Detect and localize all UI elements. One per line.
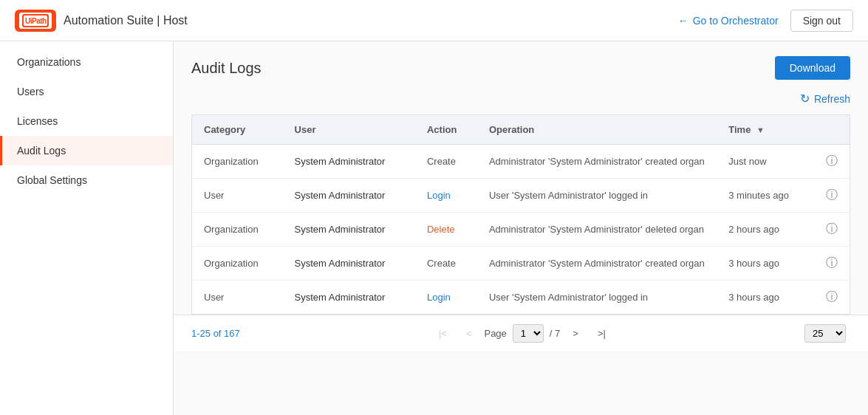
col-time[interactable]: Time ▼ [717,115,814,145]
cell-action: Delete [415,213,477,247]
sidebar-item-label: Global Settings [17,174,87,186]
cell-user: System Administrator [283,247,415,281]
main-header: Audit Logs Download [174,41,868,92]
cell-action: Create [415,247,477,281]
first-page-button[interactable]: |< [432,324,454,343]
table-row: User System Administrator Login User 'Sy… [192,179,850,213]
info-button[interactable]: ⓘ [826,289,838,305]
table-container: Category User Action Operation Time [174,114,868,315]
next-page-button[interactable]: > [566,324,585,343]
cell-operation: User 'System Administrator' logged in [477,281,717,315]
app-header: UiPath Automation Suite | Host ← Go to O… [0,0,868,41]
table-header-row: Category User Action Operation Time [192,115,850,145]
sidebar-item-licenses[interactable]: Licenses [0,106,173,136]
arrow-left-icon: ← [678,15,688,27]
app-title: Automation Suite | Host [64,14,188,27]
table-row: Organization System Administrator Delete… [192,213,850,247]
info-button[interactable]: ⓘ [826,154,838,169]
cell-user: System Administrator [283,281,415,315]
cell-category: User [192,281,283,315]
cell-action: Login [415,281,477,315]
table-row: User System Administrator Login User 'Sy… [192,281,850,315]
download-button[interactable]: Download [775,56,850,80]
cell-user: System Administrator [283,145,415,179]
cell-time: 2 hours ago [717,213,814,247]
cell-detail: ⓘ [814,281,850,315]
go-to-orchestrator-link[interactable]: ← Go to Orchestrator [678,15,779,27]
cell-time: 3 hours ago [717,247,814,281]
cell-detail: ⓘ [814,247,850,281]
table-row: Organization System Administrator Create… [192,145,850,179]
pagination-controls: |< < Page 1 2 3 4 5 6 7 / 7 > >| [432,324,612,343]
pagination-right: 25 50 100 [804,324,850,343]
col-category: Category [192,115,283,145]
main-content: Audit Logs Download ↻ Refresh Category U… [174,41,868,415]
cell-operation: Administrator 'System Administrator' cre… [477,145,717,179]
table-body: Organization System Administrator Create… [192,145,850,315]
page-title: Audit Logs [191,60,262,77]
sidebar-item-label: Users [17,86,44,97]
cell-category: Organization [192,145,283,179]
refresh-label: Refresh [814,93,850,105]
cell-action: Login [415,179,477,213]
header-left: UiPath Automation Suite | Host [15,10,188,32]
sidebar-item-organizations[interactable]: Organizations [0,47,173,77]
prev-page-button[interactable]: < [459,324,479,343]
cell-time: Just now [717,145,814,179]
refresh-button[interactable]: ↻ Refresh [800,92,850,106]
sidebar-item-label: Organizations [17,56,81,68]
cell-time: 3 hours ago [717,281,814,315]
table-header: Category User Action Operation Time [192,115,850,145]
col-operation: Operation [477,115,717,145]
pagination-count: 1-25 of 167 [191,328,240,339]
cell-operation: Administrator 'System Administrator' cre… [477,247,717,281]
cell-detail: ⓘ [814,179,850,213]
sidebar-item-users[interactable]: Users [0,77,173,106]
sort-arrow-icon: ▼ [756,126,765,134]
last-page-button[interactable]: >| [591,324,612,343]
cell-detail: ⓘ [814,213,850,247]
info-button[interactable]: ⓘ [826,255,838,271]
refresh-icon: ↻ [800,92,810,106]
cell-operation: Administrator 'System Administrator' del… [477,213,717,247]
page-select[interactable]: 1 2 3 4 5 6 7 [513,324,544,343]
cell-category: Organization [192,213,283,247]
audit-logs-table: Category User Action Operation Time [191,114,850,315]
logo-svg: UiPath [22,14,49,27]
col-action: Action [415,115,477,145]
sign-out-button[interactable]: Sign out [790,10,853,32]
logo-box: UiPath [15,10,56,32]
sidebar-item-global-settings[interactable]: Global Settings [0,165,173,195]
info-button[interactable]: ⓘ [826,188,838,203]
sidebar-item-label: Licenses [17,115,58,127]
pagination: 1-25 of 167 |< < Page 1 2 3 4 5 6 7 / 7 … [174,315,868,351]
sidebar-item-label: Audit Logs [17,145,66,157]
cell-category: Organization [192,247,283,281]
cell-user: System Administrator [283,213,415,247]
cell-category: User [192,179,283,213]
sidebar-item-audit-logs[interactable]: Audit Logs [0,136,173,165]
cell-user: System Administrator [283,179,415,213]
page-total: / 7 [550,328,560,339]
uipath-logo: UiPath [19,13,52,29]
info-button[interactable]: ⓘ [826,222,838,237]
refresh-row: ↻ Refresh [174,92,868,114]
sidebar: Organizations Users Licenses Audit Logs … [0,41,174,415]
cell-time: 3 minutes ago [717,179,814,213]
cell-operation: User 'System Administrator' logged in [477,179,717,213]
cell-action: Create [415,145,477,179]
table-row: Organization System Administrator Create… [192,247,850,281]
header-right: ← Go to Orchestrator Sign out [678,10,853,32]
go-to-orchestrator-label: Go to Orchestrator [693,15,779,27]
app-layout: Organizations Users Licenses Audit Logs … [0,41,868,415]
cell-detail: ⓘ [814,145,850,179]
page-label: Page [484,328,506,339]
col-user: User [283,115,415,145]
col-detail [814,115,850,145]
svg-text:UiPath: UiPath [25,17,47,25]
per-page-select[interactable]: 25 50 100 [804,324,846,343]
